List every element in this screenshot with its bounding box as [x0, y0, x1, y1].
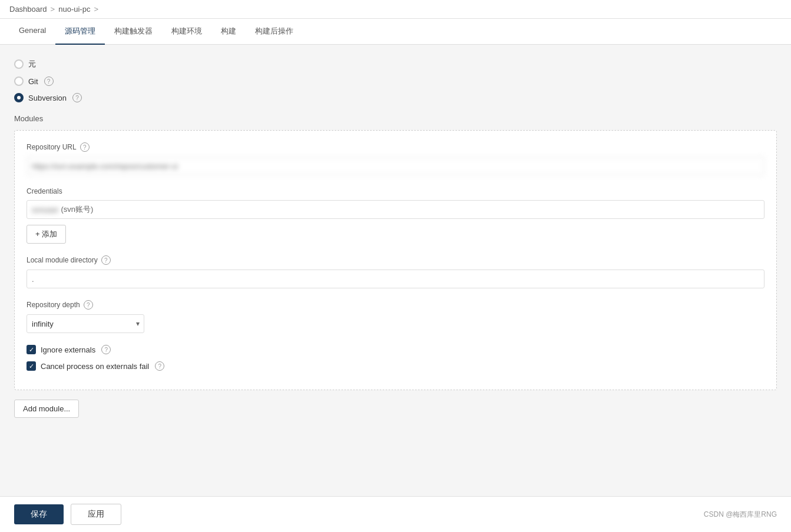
repository-depth-label: Repository depth ? [27, 300, 764, 310]
radio-option-git[interactable]: Git ? [14, 77, 777, 86]
tab-post[interactable]: 构建后操作 [246, 19, 303, 45]
modules-box: Repository URL ? Credentials svnuser (sv… [14, 130, 777, 390]
footer-bar: 保存 应用 CSDN @梅西库里RNG [0, 496, 791, 530]
repository-url-label: Repository URL ? [27, 142, 764, 152]
radio-label-none: 元 [28, 59, 36, 69]
cancel-process-help-icon: ? [155, 361, 164, 371]
credentials-label: Credentials [27, 187, 764, 195]
add-module-button[interactable]: Add module... [14, 400, 79, 418]
git-help-icon: ? [44, 77, 54, 86]
local-module-dir-group: Local module directory ? [27, 255, 764, 288]
source-radio-group: 元 Git ? Subversion ? [14, 59, 777, 102]
radio-label-git: Git [28, 77, 38, 86]
tab-source[interactable]: 源码管理 [55, 19, 105, 45]
svn-help-icon: ? [72, 93, 82, 102]
credentials-blurred-value: svnuser [32, 205, 59, 214]
tab-trigger[interactable]: 构建触发器 [105, 19, 162, 45]
local-dir-help-icon: ? [101, 255, 111, 265]
modules-label: Modules [14, 114, 777, 123]
apply-button[interactable]: 应用 [71, 504, 121, 525]
repository-depth-select[interactable]: infinity empty files immediates [27, 314, 144, 333]
local-module-dir-label: Local module directory ? [27, 255, 764, 265]
main-content: General 源码管理 构建触发器 构建环境 构建 构建后操作 元 Git ?… [0, 19, 791, 530]
repository-url-input[interactable] [27, 157, 764, 175]
radio-option-svn[interactable]: Subversion ? [14, 93, 777, 102]
breadcrumb-sep2: > [94, 5, 98, 14]
cancel-process-label: Cancel process on externals fail [41, 362, 149, 371]
save-button[interactable]: 保存 [14, 504, 64, 524]
repository-depth-group: Repository depth ? infinity empty files … [27, 300, 764, 333]
radio-label-svn: Subversion [28, 94, 67, 102]
ignore-externals-option[interactable]: Ignore externals ? [27, 345, 764, 354]
radio-circle-git [14, 77, 24, 86]
ignore-externals-label: Ignore externals [41, 345, 95, 354]
ignore-externals-checkbox[interactable] [27, 345, 36, 354]
breadcrumb: Dashboard > nuo-ui-pc > [0, 0, 791, 19]
radio-circle-svn [14, 93, 24, 102]
credentials-group: Credentials svnuser (svn账号) + 添加 [27, 187, 764, 244]
tab-env[interactable]: 构建环境 [162, 19, 211, 45]
credentials-display: svnuser (svn账号) [27, 200, 764, 219]
tab-general[interactable]: General [9, 19, 55, 45]
url-input-wrapper [27, 157, 764, 175]
content-area: 元 Git ? Subversion ? Modules Repository … [0, 45, 791, 530]
ignore-externals-help-icon: ? [101, 345, 111, 354]
radio-circle-none [14, 59, 24, 69]
credentials-svn-label: (svn账号) [61, 204, 94, 215]
breadcrumb-project[interactable]: nuo-ui-pc [58, 5, 90, 14]
tabs-bar: General 源码管理 构建触发器 构建环境 构建 构建后操作 [0, 19, 791, 45]
tab-build[interactable]: 构建 [211, 19, 246, 45]
repo-depth-help-icon: ? [84, 300, 93, 310]
footer-brand: CSDN @梅西库里RNG [704, 510, 777, 520]
repository-depth-select-wrapper: infinity empty files immediates [27, 314, 144, 333]
repo-url-help-icon: ? [80, 142, 90, 152]
breadcrumb-dashboard[interactable]: Dashboard [9, 5, 47, 14]
credentials-add-button[interactable]: + 添加 [27, 225, 66, 244]
local-module-dir-input[interactable] [27, 270, 764, 288]
cancel-process-checkbox[interactable] [27, 361, 36, 371]
breadcrumb-sep1: > [51, 5, 55, 14]
repository-url-group: Repository URL ? [27, 142, 764, 175]
cancel-process-option[interactable]: Cancel process on externals fail ? [27, 361, 764, 371]
radio-option-none[interactable]: 元 [14, 59, 777, 69]
